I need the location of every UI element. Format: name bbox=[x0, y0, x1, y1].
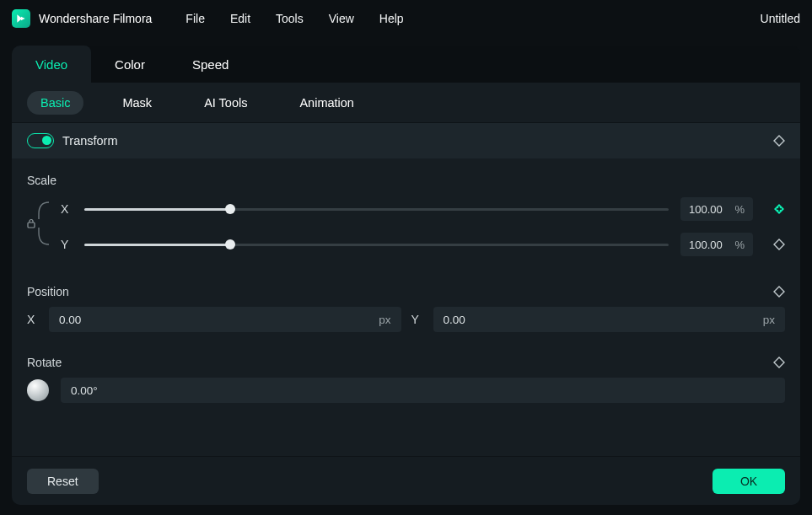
diamond-icon bbox=[773, 239, 785, 250]
scale-x-unit: % bbox=[734, 203, 745, 216]
scale-label: Scale bbox=[27, 174, 785, 187]
subtab-ai-tools[interactable]: AI Tools bbox=[191, 91, 261, 115]
rotate-value: 0.00° bbox=[71, 384, 98, 397]
transform-keyframe-button[interactable] bbox=[773, 135, 785, 147]
svg-rect-0 bbox=[28, 223, 35, 228]
subtab-mask[interactable]: Mask bbox=[109, 91, 165, 115]
position-x-input[interactable]: 0.00 px bbox=[49, 307, 401, 332]
diamond-icon bbox=[773, 286, 785, 298]
position-y-input[interactable]: 0.00 px bbox=[433, 307, 786, 332]
scale-y-row: Y 100.00 % bbox=[61, 231, 785, 258]
lock-icon bbox=[25, 217, 37, 229]
app-title: Wondershare Filmora bbox=[39, 12, 152, 25]
rotate-group: Rotate 0.00° bbox=[12, 341, 800, 406]
primary-tabs: Video Color Speed bbox=[12, 46, 800, 83]
link-xy-lock[interactable] bbox=[27, 199, 56, 246]
transform-toggle[interactable] bbox=[27, 133, 54, 148]
position-x-value: 0.00 bbox=[59, 314, 81, 326]
menu-file[interactable]: File bbox=[186, 12, 205, 25]
scale-y-keyframe-button[interactable] bbox=[773, 239, 785, 250]
ok-button[interactable]: OK bbox=[713, 469, 785, 494]
scale-x-value[interactable]: 100.00 % bbox=[680, 197, 753, 221]
project-title: Untitled bbox=[761, 12, 800, 25]
rotate-keyframe-button[interactable] bbox=[773, 357, 785, 368]
secondary-tabs: Basic Mask AI Tools Animation bbox=[12, 83, 800, 123]
diamond-add-icon bbox=[773, 203, 785, 215]
diamond-icon bbox=[773, 135, 785, 147]
scale-x-slider[interactable] bbox=[84, 203, 669, 215]
app-logo bbox=[12, 9, 30, 28]
properties-panel: Video Color Speed Basic Mask AI Tools An… bbox=[12, 46, 800, 505]
filmora-logo-icon bbox=[15, 13, 27, 24]
panel-content[interactable]: Transform Scale X bbox=[12, 123, 800, 456]
scale-x-value-text: 100.00 bbox=[689, 203, 723, 216]
scale-y-value-text: 100.00 bbox=[689, 239, 723, 251]
rotate-label: Rotate bbox=[27, 356, 62, 369]
tab-color[interactable]: Color bbox=[91, 46, 169, 83]
menu-help[interactable]: Help bbox=[379, 12, 404, 25]
position-x-unit: px bbox=[379, 314, 390, 326]
position-keyframe-button[interactable] bbox=[773, 286, 785, 298]
scale-y-axis-label: Y bbox=[61, 238, 73, 251]
scale-y-slider[interactable] bbox=[84, 239, 669, 250]
rotate-dial[interactable] bbox=[27, 379, 49, 401]
menu-view[interactable]: View bbox=[329, 12, 354, 25]
position-y-value: 0.00 bbox=[444, 314, 465, 326]
panel-footer: Reset OK bbox=[12, 456, 800, 505]
scale-x-row: X 100.00 % bbox=[61, 196, 785, 223]
position-label: Position bbox=[27, 285, 69, 298]
menu-edit[interactable]: Edit bbox=[230, 12, 250, 25]
position-x-label: X bbox=[27, 313, 39, 326]
subtab-basic[interactable]: Basic bbox=[27, 91, 83, 115]
scale-group: Scale X bbox=[12, 158, 800, 270]
diamond-icon bbox=[773, 357, 785, 368]
position-y-label: Y bbox=[411, 313, 423, 326]
position-group: Position X 0.00 px Y 0.00 px bbox=[12, 270, 800, 341]
transform-label: Transform bbox=[62, 134, 118, 148]
position-y-unit: px bbox=[763, 314, 775, 326]
reset-button[interactable]: Reset bbox=[27, 469, 99, 494]
tab-video[interactable]: Video bbox=[12, 46, 91, 83]
scale-x-axis-label: X bbox=[61, 202, 73, 216]
scale-y-value[interactable]: 100.00 % bbox=[680, 233, 753, 256]
titlebar: Wondershare Filmora File Edit Tools View… bbox=[0, 0, 812, 37]
scale-x-keyframe-button[interactable] bbox=[773, 203, 785, 215]
scale-y-unit: % bbox=[734, 239, 745, 251]
menu-tools[interactable]: Tools bbox=[276, 12, 304, 25]
main-menu: File Edit Tools View Help bbox=[186, 12, 403, 25]
subtab-animation[interactable]: Animation bbox=[286, 91, 367, 115]
tab-speed[interactable]: Speed bbox=[169, 46, 252, 83]
transform-section-header: Transform bbox=[12, 123, 800, 158]
rotate-value-input[interactable]: 0.00° bbox=[61, 378, 785, 403]
